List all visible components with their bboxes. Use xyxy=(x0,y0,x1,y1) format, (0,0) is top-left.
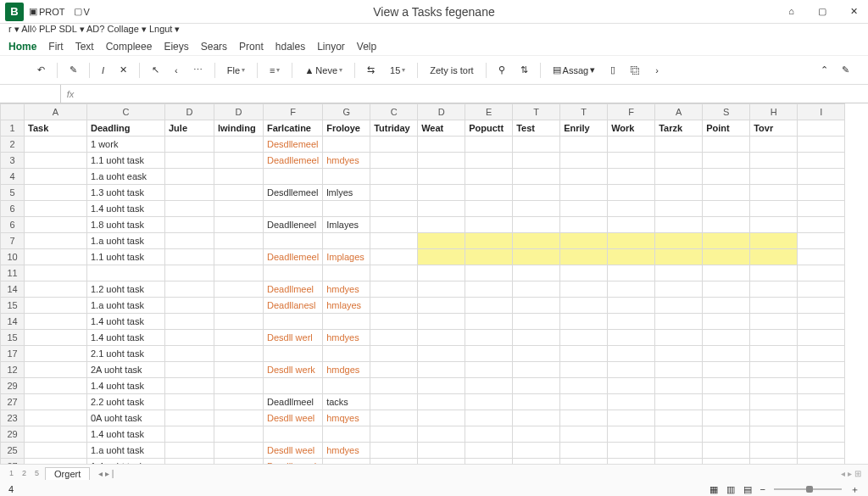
cell[interactable]: 1 work xyxy=(87,137,165,153)
cell[interactable] xyxy=(798,281,845,298)
cell[interactable] xyxy=(323,314,370,330)
cell[interactable] xyxy=(323,265,370,281)
cell[interactable]: hmdyes xyxy=(323,443,370,459)
row-header[interactable]: 4 xyxy=(1,169,25,185)
cell[interactable] xyxy=(703,185,750,201)
cell[interactable] xyxy=(323,426,370,443)
cell[interactable] xyxy=(655,217,703,233)
cell[interactable] xyxy=(560,201,608,217)
cell[interactable] xyxy=(798,298,845,314)
cell[interactable] xyxy=(513,330,560,346)
menu-home[interactable]: Home xyxy=(8,41,36,53)
cell[interactable] xyxy=(655,443,703,459)
cell[interactable] xyxy=(165,249,214,265)
col-header[interactable]: D xyxy=(214,104,264,120)
cell[interactable] xyxy=(465,217,513,233)
cell[interactable] xyxy=(25,298,87,314)
cell[interactable] xyxy=(703,137,750,153)
cell[interactable] xyxy=(608,443,655,459)
row-header[interactable]: 15 xyxy=(1,330,25,346)
cell[interactable] xyxy=(418,185,465,201)
cell[interactable] xyxy=(25,265,87,281)
cell[interactable]: Desdll weel xyxy=(264,443,323,459)
cell[interactable] xyxy=(370,281,418,298)
cell[interactable] xyxy=(25,201,87,217)
cell[interactable] xyxy=(370,394,418,410)
cell[interactable] xyxy=(370,265,418,281)
cell[interactable] xyxy=(798,378,845,394)
cell[interactable] xyxy=(608,394,655,410)
cell[interactable] xyxy=(165,153,214,169)
cell[interactable] xyxy=(513,298,560,314)
cell[interactable] xyxy=(703,394,750,410)
back-icon[interactable]: ‹ xyxy=(171,64,181,77)
cell[interactable] xyxy=(608,281,655,298)
cell[interactable] xyxy=(25,394,87,410)
cell[interactable] xyxy=(323,137,370,153)
cell[interactable] xyxy=(750,330,798,346)
cell[interactable] xyxy=(560,378,608,394)
menu-firt[interactable]: Firt xyxy=(48,41,63,53)
cell[interactable]: Deadllemeel xyxy=(264,249,323,265)
row-header[interactable]: 11 xyxy=(1,265,25,281)
cell[interactable] xyxy=(465,265,513,281)
cell[interactable]: 1.4 uoht task xyxy=(87,378,165,394)
col-header[interactable]: D xyxy=(165,104,214,120)
row-header[interactable]: 3 xyxy=(1,153,25,169)
cell[interactable] xyxy=(418,249,465,265)
col-header[interactable]: C xyxy=(370,104,418,120)
collapse-ribbon-icon[interactable]: ⌃ xyxy=(817,63,832,77)
cell[interactable] xyxy=(465,298,513,314)
cell[interactable] xyxy=(513,153,560,169)
edit-icon[interactable]: ✎ xyxy=(838,63,853,77)
cell[interactable] xyxy=(750,217,798,233)
name-box[interactable] xyxy=(0,85,61,103)
close-button[interactable]: ✕ xyxy=(845,4,863,19)
cell[interactable] xyxy=(703,201,750,217)
app-badge[interactable]: B xyxy=(5,3,24,21)
cell[interactable] xyxy=(703,298,750,314)
field-header[interactable]: Point xyxy=(703,120,750,137)
cell[interactable] xyxy=(513,217,560,233)
col-header[interactable]: T xyxy=(513,104,560,120)
cell[interactable] xyxy=(655,169,703,185)
cell[interactable] xyxy=(165,346,214,362)
cell[interactable] xyxy=(798,137,845,153)
cell[interactable] xyxy=(165,426,214,443)
cell[interactable] xyxy=(560,185,608,201)
cell[interactable] xyxy=(608,314,655,330)
cell[interactable] xyxy=(703,378,750,394)
cell[interactable]: hmdyes xyxy=(323,330,370,346)
cell[interactable] xyxy=(25,314,87,330)
cell[interactable] xyxy=(370,314,418,330)
cell[interactable] xyxy=(750,426,798,443)
cell[interactable] xyxy=(165,217,214,233)
cell[interactable] xyxy=(165,330,214,346)
cell[interactable] xyxy=(165,298,214,314)
cell[interactable] xyxy=(655,281,703,298)
row-header[interactable]: 14 xyxy=(1,314,25,330)
cell[interactable] xyxy=(798,314,845,330)
cell[interactable] xyxy=(418,298,465,314)
cell[interactable] xyxy=(418,362,465,378)
row-header[interactable]: 29 xyxy=(1,378,25,394)
menu-pront[interactable]: Pront xyxy=(239,41,264,53)
cell[interactable] xyxy=(703,233,750,249)
cell[interactable] xyxy=(25,378,87,394)
cell[interactable] xyxy=(370,378,418,394)
cell[interactable] xyxy=(560,346,608,362)
next-icon[interactable]: › xyxy=(652,64,662,77)
field-header[interactable] xyxy=(798,120,845,137)
cell[interactable] xyxy=(750,201,798,217)
cell[interactable] xyxy=(655,298,703,314)
zety-label[interactable]: Zety is tort xyxy=(426,64,476,77)
cell[interactable] xyxy=(465,153,513,169)
cell[interactable]: 1.2 uoht task xyxy=(87,281,165,298)
cell[interactable] xyxy=(608,410,655,426)
cell[interactable] xyxy=(418,443,465,459)
cell[interactable]: 1.1 uoht task xyxy=(87,153,165,169)
cell[interactable] xyxy=(370,346,418,362)
cell[interactable] xyxy=(465,314,513,330)
cell[interactable] xyxy=(750,443,798,459)
cell[interactable] xyxy=(214,185,264,201)
